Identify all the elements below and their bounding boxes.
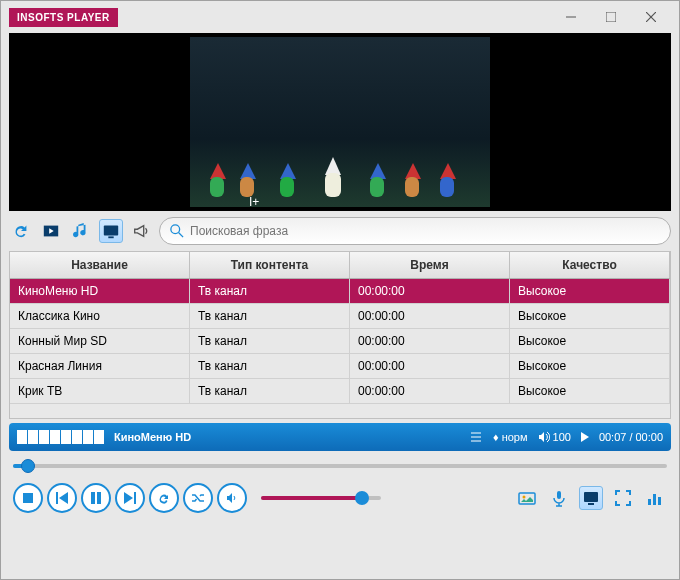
status-bar: КиноМеню HD ♦ норм 100 00:07 / 00:00	[9, 423, 671, 451]
mode-control[interactable]: ♦ норм	[493, 431, 528, 443]
seek-slider[interactable]	[13, 459, 667, 473]
video-content	[190, 37, 490, 207]
cursor-indicator: I+	[249, 195, 259, 209]
table-row[interactable]: Крик ТВТв канал00:00:00Высокое	[10, 379, 670, 404]
svg-line-9	[179, 233, 183, 237]
time-display: 00:07 / 00:00	[599, 431, 663, 443]
fullscreen-icon[interactable]	[611, 486, 635, 510]
pause-button[interactable]	[81, 483, 111, 513]
table-row[interactable]: Конный Мир SDТв канал00:00:00Высокое	[10, 329, 670, 354]
seek-thumb[interactable]	[21, 459, 35, 473]
channel-table: Название Тип контента Время Качество Кин…	[9, 251, 671, 419]
megaphone-icon[interactable]	[129, 219, 153, 243]
col-name[interactable]: Название	[10, 252, 190, 278]
svg-rect-7	[108, 236, 113, 238]
now-playing-label: КиноМеню HD	[114, 431, 191, 443]
svg-rect-17	[91, 492, 95, 504]
previous-button[interactable]	[47, 483, 77, 513]
svg-rect-28	[658, 497, 661, 505]
next-button[interactable]	[115, 483, 145, 513]
search-box[interactable]	[159, 217, 671, 245]
col-time[interactable]: Время	[350, 252, 510, 278]
svg-point-22	[523, 496, 526, 499]
display-mode-icon[interactable]	[579, 486, 603, 510]
svg-rect-18	[97, 492, 101, 504]
maximize-button[interactable]	[591, 3, 631, 31]
svg-rect-6	[104, 226, 118, 236]
svg-rect-21	[519, 493, 535, 504]
volume-slider[interactable]	[261, 491, 381, 505]
repeat-button[interactable]	[149, 483, 179, 513]
volume-thumb[interactable]	[355, 491, 369, 505]
filter-toolbar	[1, 211, 679, 251]
col-quality[interactable]: Качество	[510, 252, 670, 278]
titlebar: INSOFTS PLAYER	[1, 1, 679, 33]
volume-display[interactable]: 100	[538, 431, 571, 443]
play-indicator-icon	[581, 432, 589, 442]
svg-rect-20	[134, 492, 136, 504]
svg-rect-15	[56, 492, 58, 504]
svg-marker-13	[581, 432, 589, 442]
svg-rect-27	[653, 494, 656, 505]
table-row[interactable]: КиноМеню HDТв канал00:00:00Высокое	[10, 279, 670, 304]
mute-button[interactable]	[217, 483, 247, 513]
video-viewport[interactable]: I+	[9, 33, 671, 211]
playlist-icon[interactable]	[469, 430, 483, 444]
table-row[interactable]: Классика КиноТв канал00:00:00Высокое	[10, 304, 670, 329]
refresh-icon[interactable]	[9, 219, 33, 243]
playback-controls	[1, 479, 679, 521]
music-filter-icon[interactable]	[69, 219, 93, 243]
table-row[interactable]: Красная ЛинияТв канал00:00:00Высокое	[10, 354, 670, 379]
snapshot-icon[interactable]	[515, 486, 539, 510]
equalizer-icon	[17, 430, 104, 444]
svg-rect-14	[23, 493, 33, 503]
mic-icon[interactable]	[547, 486, 571, 510]
svg-rect-1	[606, 12, 616, 22]
svg-marker-16	[59, 492, 68, 504]
tv-filter-icon[interactable]	[99, 219, 123, 243]
close-button[interactable]	[631, 3, 671, 31]
shuffle-button[interactable]	[183, 483, 213, 513]
search-input[interactable]	[190, 224, 660, 238]
minimize-button[interactable]	[551, 3, 591, 31]
table-header: Название Тип контента Время Качество	[10, 252, 670, 279]
svg-marker-19	[124, 492, 133, 504]
app-title-badge: INSOFTS PLAYER	[9, 8, 118, 27]
table-body[interactable]: КиноМеню HDТв канал00:00:00Высокое Класс…	[10, 279, 670, 417]
svg-rect-23	[557, 491, 561, 499]
svg-point-8	[171, 225, 180, 234]
svg-rect-25	[588, 503, 594, 505]
col-type[interactable]: Тип контента	[190, 252, 350, 278]
stop-button[interactable]	[13, 483, 43, 513]
svg-rect-26	[648, 499, 651, 505]
video-filter-icon[interactable]	[39, 219, 63, 243]
search-icon	[170, 224, 184, 238]
svg-rect-24	[584, 492, 598, 502]
equalizer-button-icon[interactable]	[643, 486, 667, 510]
